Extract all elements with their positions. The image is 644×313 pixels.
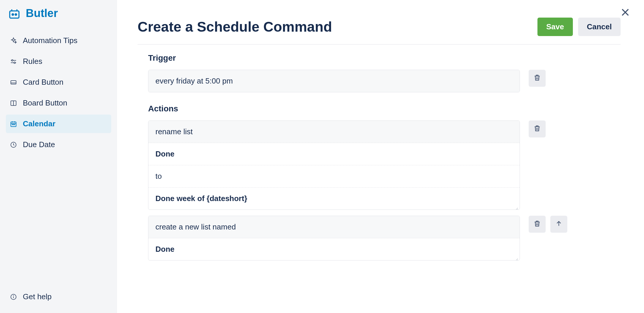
sidebar-nav: Automation Tips Rules Card Button Board … xyxy=(6,31,111,288)
header-actions: Save Cancel xyxy=(537,18,621,36)
trash-icon xyxy=(533,220,541,229)
svg-point-16 xyxy=(13,124,14,125)
sidebar-item-automation-tips[interactable]: Automation Tips xyxy=(6,31,111,50)
clock-icon xyxy=(9,141,18,149)
actions-section-title: Actions xyxy=(138,104,621,113)
trigger-section-title: Trigger xyxy=(138,53,621,63)
svg-point-15 xyxy=(12,124,13,125)
sidebar-item-rules[interactable]: Rules xyxy=(6,52,111,71)
sidebar-item-label: Rules xyxy=(23,57,42,66)
sidebar-item-get-help[interactable]: Get help xyxy=(6,288,111,306)
info-icon xyxy=(9,293,18,301)
cancel-button[interactable]: Cancel xyxy=(578,18,621,36)
action-card[interactable]: create a new list named Done xyxy=(148,216,520,261)
page-title: Create a Schedule Command xyxy=(138,19,332,35)
action-line[interactable]: Done xyxy=(148,143,520,165)
trigger-section: Trigger every friday at 5:00 pm xyxy=(138,53,621,92)
delete-trigger-button[interactable] xyxy=(529,70,546,87)
sidebar-item-calendar[interactable]: Calendar xyxy=(6,115,111,133)
action-card[interactable]: rename list Done to Done week of {datesh… xyxy=(148,120,520,210)
svg-point-21 xyxy=(13,295,14,296)
action-controls xyxy=(529,120,546,137)
sidebar-item-board-button[interactable]: Board Button xyxy=(6,94,111,112)
svg-point-6 xyxy=(14,62,16,63)
svg-point-17 xyxy=(14,124,15,125)
action-line[interactable]: Done xyxy=(148,238,520,260)
main-content: Create a Schedule Command Save Cancel Tr… xyxy=(117,0,644,313)
sidebar-item-label: Due Date xyxy=(23,140,55,149)
sidebar-header: Butler xyxy=(6,7,111,20)
svg-point-2 xyxy=(15,13,17,15)
trigger-controls xyxy=(529,70,546,87)
trigger-text: every friday at 5:00 pm xyxy=(148,70,520,92)
actions-section: Actions rename list Done to Done week of… xyxy=(138,104,621,261)
calendar-icon xyxy=(9,120,18,128)
resize-handle-icon[interactable] xyxy=(514,204,518,208)
card-icon xyxy=(9,78,18,86)
butler-logo-icon xyxy=(8,7,20,20)
close-icon xyxy=(620,7,631,19)
svg-rect-7 xyxy=(11,81,16,84)
sidebar-footer: Get help xyxy=(6,288,111,306)
sidebar-item-label: Board Button xyxy=(23,98,67,108)
action-line: to xyxy=(148,165,520,188)
svg-point-1 xyxy=(12,13,13,15)
action-header: rename list xyxy=(148,121,520,143)
delete-action-button[interactable] xyxy=(529,216,546,233)
arrow-up-icon xyxy=(555,220,563,229)
board-icon xyxy=(9,99,18,107)
action-line-text: Done week of {dateshort} xyxy=(155,194,247,203)
header-row: Create a Schedule Command Save Cancel xyxy=(138,18,621,45)
delete-action-button[interactable] xyxy=(529,120,546,137)
sidebar-item-label: Card Button xyxy=(23,78,64,87)
trash-icon xyxy=(533,74,541,83)
action-controls xyxy=(529,216,567,233)
sidebar-item-label: Get help xyxy=(23,292,52,301)
sidebar-item-card-button[interactable]: Card Button xyxy=(6,73,111,91)
close-button[interactable] xyxy=(618,6,632,20)
sliders-icon xyxy=(9,57,18,66)
action-line-text: Done xyxy=(155,245,174,254)
svg-point-5 xyxy=(12,59,13,61)
sidebar-item-label: Calendar xyxy=(23,119,55,128)
sidebar-item-label: Automation Tips xyxy=(23,36,77,45)
sidebar-item-due-date[interactable]: Due Date xyxy=(6,135,111,154)
sparkles-icon xyxy=(9,37,18,45)
sidebar: Butler Automation Tips Rules Card Button xyxy=(0,0,117,313)
svg-rect-0 xyxy=(10,11,19,18)
trash-icon xyxy=(533,125,541,133)
action-header: create a new list named xyxy=(148,216,520,238)
action-line[interactable]: Done week of {dateshort} xyxy=(148,188,520,210)
save-button[interactable]: Save xyxy=(537,18,573,36)
resize-handle-icon[interactable] xyxy=(514,254,518,259)
trigger-card[interactable]: every friday at 5:00 pm xyxy=(148,70,520,92)
move-up-action-button[interactable] xyxy=(550,216,567,233)
app-title: Butler xyxy=(26,7,58,20)
